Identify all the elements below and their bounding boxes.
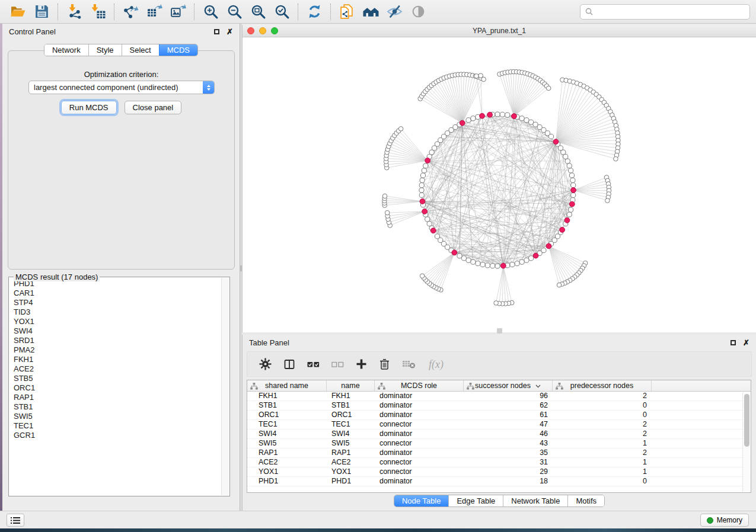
table-row[interactable]: SWI5SWI5connector431 [247,439,751,448]
hide-selected-button[interactable] [382,2,406,22]
table-tab-network-table[interactable]: Network Table [503,495,567,507]
export-table-button[interactable] [142,2,166,22]
table-cell: 29 [464,467,553,476]
table-cell: 96 [464,392,553,400]
show-task-history-button[interactable] [7,514,24,527]
table-scrollbar[interactable] [742,392,750,492]
show-hidden-button[interactable] [406,2,430,22]
zoom-selected-button[interactable] [270,2,294,22]
table-tab-edge-table[interactable]: Edge Table [448,495,503,507]
table-tab-node-table[interactable]: Node Table [394,495,449,507]
search-input[interactable] [596,8,745,16]
float-table-panel-icon[interactable] [731,340,736,345]
column-header-name[interactable]: name [327,380,375,391]
mcds-result-item[interactable]: SWI4 [9,326,221,336]
zoom-in-button[interactable] [199,2,222,22]
column-label: MCDS role [401,382,437,390]
mcds-result-item[interactable]: STB1 [9,402,221,412]
function-builder-button[interactable]: f(x) [428,357,448,372]
delete-columns-button[interactable] [379,357,390,372]
open-session-button[interactable] [6,2,30,22]
mcds-hub-node [569,201,575,207]
mcds-hub-node [487,112,493,117]
table-row[interactable]: STB1STB1dominator620 [247,401,751,411]
column-header-shared-name[interactable]: shared name [247,380,327,391]
table-row[interactable]: ACE2ACE2connector311 [247,458,751,467]
tab-mcds[interactable]: MCDS [159,44,197,56]
show-columns-button[interactable] [283,357,295,372]
export-network-button[interactable] [119,2,142,22]
mcds-result-item[interactable]: TEC1 [9,421,221,431]
mcds-result-item[interactable]: TID3 [9,307,221,317]
table-mode-gear-button[interactable] [259,357,272,372]
mcds-result-item[interactable]: STP4 [9,298,221,307]
network-node [565,159,570,164]
save-session-button[interactable] [30,2,53,22]
close-panel-button[interactable]: Close panel [125,101,182,114]
optimization-criterion-dropdown[interactable]: largest connected component (undirected) [28,81,215,94]
close-table-panel-icon[interactable]: ✗ [743,340,749,345]
run-mcds-button[interactable]: Run MCDS [61,101,117,114]
mcds-result-list[interactable]: PHD1CAR1STP4TID3YOX1SWI4SRD1PMA2FKH1ACE2… [9,279,221,495]
table-row[interactable]: SWI4SWI4dominator462 [247,430,751,439]
delete-table-button[interactable] [402,357,416,372]
select-all-rows-button[interactable] [307,357,320,372]
network-window-titlebar[interactable]: YPA_prune.txt_1 [243,25,756,37]
mcds-result-item[interactable]: PMA2 [9,345,221,355]
table-row[interactable]: YOX1YOX1connector291 [247,467,751,477]
mcds-result-item[interactable]: FKH1 [9,355,221,364]
mcds-hub-node [452,250,457,255]
network-canvas[interactable] [243,37,755,332]
show-all-networks-button[interactable] [359,2,382,22]
new-network-from-selection-button[interactable] [335,2,359,22]
table-row[interactable]: TEC1TEC1connector472 [247,420,751,430]
mcds-result-item[interactable]: STB5 [9,374,221,383]
table-cell: dominator [375,411,464,419]
mcds-result-item[interactable]: GCR1 [9,431,221,440]
column-header-predecessor-nodes[interactable]: predecessor nodes [553,380,652,391]
import-table-button[interactable] [86,2,110,22]
zoom-out-button[interactable] [222,2,246,22]
search-box[interactable] [580,4,750,20]
apply-layout-button[interactable] [302,2,326,22]
deselect-all-rows-button[interactable] [331,357,344,372]
tab-network[interactable]: Network [44,44,88,56]
table-row[interactable]: RAP1RAP1dominator352 [247,448,751,458]
table-row[interactable]: FKH1FKH1dominator962 [247,392,751,401]
table-cell: 1 [553,467,652,476]
close-panel-icon[interactable]: ✗ [227,29,233,34]
network-node [519,116,524,121]
tab-select[interactable]: Select [122,44,159,56]
table-cell: TEC1 [247,420,327,429]
mcds-result-item[interactable]: ACE2 [9,364,221,374]
mcds-result-item[interactable]: RAP1 [9,393,221,402]
mcds-result-item[interactable]: SRD1 [9,336,221,345]
network-node [495,264,500,268]
dropdown-stepper-icon [203,81,214,94]
network-node [569,207,573,212]
tab-group: NetworkStyleSelectMCDS [44,44,198,56]
column-label: successor nodes [475,382,531,390]
tab-style[interactable]: Style [88,44,122,56]
memory-button[interactable]: Memory [700,514,749,527]
mcds-result-item[interactable]: ORC1 [9,383,221,393]
divider-grip-horizontal[interactable] [497,328,502,334]
table-row[interactable]: PHD1PHD1dominator180 [247,477,751,486]
float-panel-icon[interactable] [214,29,219,34]
table-tab-motifs[interactable]: Motifs [567,495,604,507]
mcds-result-item[interactable]: SWI5 [9,412,221,421]
table-panel-title: Table Panel [249,338,289,347]
column-header-successor-nodes[interactable]: successor nodes [464,380,553,391]
zoom-fit-button[interactable] [246,2,270,22]
import-network-button[interactable] [62,2,86,22]
column-header-MCDS-role[interactable]: MCDS role [375,380,464,391]
mcds-result-item[interactable]: YOX1 [9,317,221,326]
mcds-result-item[interactable]: CAR1 [9,289,221,298]
table-scrollbar-thumb[interactable] [744,394,749,447]
table-row[interactable]: ORC1ORC1dominator610 [247,411,751,420]
result-list-scrollbar[interactable] [221,278,229,495]
network-nodes[interactable] [382,69,621,306]
create-column-button[interactable] [356,357,367,372]
toolbar-separator [114,4,114,20]
export-image-button[interactable] [166,2,190,22]
